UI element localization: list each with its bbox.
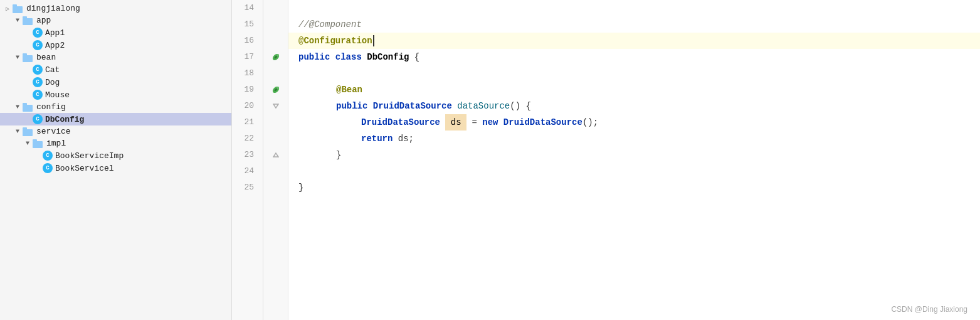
gutter-14	[263, 0, 288, 16]
line-num-15: 15	[232, 16, 258, 33]
tree-label-service: service	[36, 127, 71, 136]
kw-class-17: class	[335, 49, 367, 65]
svg-marker-19	[273, 153, 278, 157]
kw-public-17: public	[298, 49, 335, 65]
folder-icon-impl	[33, 139, 44, 148]
tree-item-mouse[interactable]: C Mouse	[0, 88, 231, 101]
arrow-config: ▼	[13, 104, 23, 110]
class-icon-bookserviceimpl: C	[43, 151, 53, 161]
tree-label-mouse: Mouse	[45, 90, 70, 100]
gutter-24	[263, 163, 288, 179]
comment-component: //@Component	[298, 16, 362, 33]
svg-rect-4	[23, 55, 33, 62]
arrow-app: ▼	[13, 17, 23, 24]
method-datasource: dataSource	[457, 98, 510, 114]
tree-item-cat[interactable]: C Cat	[0, 63, 231, 76]
svg-point-14	[277, 54, 279, 56]
line-num-20: 20	[232, 98, 258, 114]
type-druid-20: DruidDataSource	[373, 98, 457, 114]
tree-item-bookserviceimpl[interactable]: C BookServiceImp	[0, 149, 231, 162]
tree-label-app: app	[36, 16, 51, 25]
collapse-up-icon	[273, 152, 279, 158]
svg-rect-6	[23, 105, 33, 112]
cursor	[373, 35, 374, 46]
class-icon-mouse: C	[33, 90, 43, 100]
tree-label-bookservicel: BookServicel	[55, 164, 114, 173]
brace-open-17: {	[414, 49, 419, 65]
code-line-24	[288, 163, 980, 179]
return-ds: ds;	[398, 131, 414, 147]
tree-item-bean[interactable]: ▼ bean	[0, 51, 231, 63]
classname-dbconfig: DbConfig	[367, 49, 414, 65]
spring-leaf-icon-19	[271, 85, 280, 94]
svg-rect-10	[33, 141, 43, 148]
tree-item-dbconfig[interactable]: C DbConfig	[0, 113, 231, 125]
tree-item-impl[interactable]: ▼ impl	[0, 137, 231, 149]
line-num-23: 23	[232, 147, 258, 163]
line-numbers: 14 15 16 17 18 19 20 21 22 23 24 25	[232, 0, 263, 320]
tree-item-app[interactable]: ▼ app	[0, 14, 231, 26]
spring-leaf-icon-17	[271, 53, 280, 61]
tree-item-bookservicel[interactable]: C BookServicel	[0, 162, 231, 174]
code-line-20: public DruidDataSource dataSource() {	[288, 98, 980, 114]
code-line-17: public class DbConfig {	[288, 49, 980, 65]
tree-item-dingjialong[interactable]: ▷ dingjialong	[0, 3, 231, 14]
code-line-18	[288, 65, 980, 82]
gutter-19[interactable]	[263, 82, 288, 98]
tree-item-config[interactable]: ▼ config	[0, 101, 231, 113]
code-line-15: //@Component	[288, 16, 980, 33]
line-num-22: 22	[232, 131, 258, 147]
tree-label-dog: Dog	[45, 78, 60, 87]
type-druid-new: DruidDataSource	[503, 114, 582, 131]
svg-rect-3	[23, 16, 27, 19]
arrow-service: ▼	[13, 128, 23, 135]
tree-label-dbconfig: DbConfig	[45, 115, 84, 124]
kw-return-22: return	[361, 131, 398, 147]
class-icon-app1: C	[33, 28, 43, 38]
gutter-17[interactable]	[263, 49, 288, 65]
kw-new-21: new	[482, 114, 503, 131]
gutter-21	[263, 114, 288, 131]
assign-21: =	[466, 114, 482, 131]
tree-item-app2[interactable]: C App2	[0, 39, 231, 51]
brace-close-23: }	[336, 147, 341, 163]
line-num-24: 24	[232, 163, 258, 179]
gutter-23[interactable]	[263, 147, 288, 163]
brace-close-25: }	[298, 179, 303, 196]
tree-label-bean: bean	[36, 53, 56, 62]
code-line-16: @Configuration	[288, 33, 980, 49]
semicolon-21: ();	[582, 114, 598, 131]
folder-icon-service	[23, 127, 34, 136]
class-icon-cat: C	[33, 65, 43, 75]
collapse-arrow: ▷	[3, 5, 13, 13]
tree-item-service[interactable]: ▼ service	[0, 125, 231, 137]
kw-public-20: public	[336, 98, 373, 114]
line-num-17: 17	[232, 49, 258, 65]
class-icon-app2: C	[33, 40, 43, 50]
code-line-21: DruidDataSource ds = new DruidDataSource…	[288, 114, 980, 131]
arrow-bean: ▼	[13, 54, 23, 61]
file-tree: ▷ dingjialong ▼ app C App1 C App2 ▼ bean	[0, 0, 232, 320]
tree-label-impl: impl	[46, 139, 66, 148]
tree-item-app1[interactable]: C App1	[0, 26, 231, 39]
tree-label-config: config	[36, 102, 66, 112]
code-line-25: }	[288, 179, 980, 196]
svg-rect-7	[23, 103, 27, 105]
tree-label-dingjialong: dingjialong	[26, 4, 80, 13]
svg-point-17	[277, 87, 279, 89]
tree-label-app1: App1	[45, 28, 65, 38]
gutter-20[interactable]	[263, 98, 288, 114]
code-line-19: @Bean	[288, 82, 980, 98]
svg-rect-8	[23, 129, 33, 136]
gutter-18	[263, 65, 288, 82]
class-icon-bookservicel: C	[43, 163, 53, 173]
svg-marker-18	[273, 104, 278, 108]
code-editor: 14 15 16 17 18 19 20 21 22 23 24 25	[232, 0, 980, 320]
parens-20: () {	[510, 98, 531, 114]
tree-item-dog[interactable]: C Dog	[0, 76, 231, 88]
gutter-16	[263, 33, 288, 49]
svg-rect-9	[23, 127, 27, 130]
code-content[interactable]: //@Component @Configuration public class…	[288, 0, 980, 320]
class-icon-dog: C	[33, 77, 43, 87]
editor-gutter	[263, 0, 288, 320]
